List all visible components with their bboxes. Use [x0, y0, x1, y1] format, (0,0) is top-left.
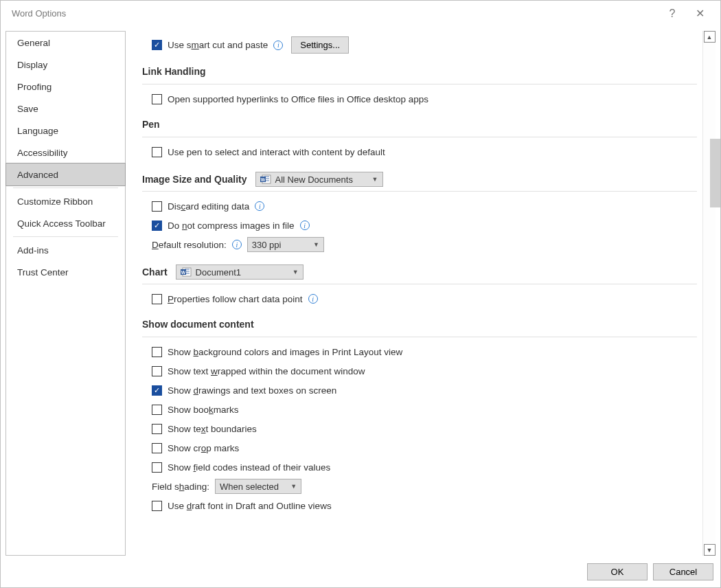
- discard-editing-row: Discard editing data i: [152, 199, 697, 214]
- sidebar-item-quick-access[interactable]: Quick Access Toolbar: [6, 212, 125, 234]
- show-crop-checkbox[interactable]: [152, 443, 162, 453]
- draft-font-row: Use draft font in Draft and Outline view…: [152, 498, 697, 513]
- no-compress-checkbox[interactable]: [152, 220, 162, 231]
- open-hyperlinks-checkbox[interactable]: [152, 94, 162, 104]
- show-field-codes-checkbox[interactable]: [152, 462, 162, 473]
- discard-editing-checkbox[interactable]: [152, 201, 162, 212]
- sidebar-item-proofing[interactable]: Proofing: [6, 76, 125, 98]
- info-icon[interactable]: i: [300, 220, 310, 230]
- show-boundaries-checkbox[interactable]: [152, 424, 162, 434]
- pen-head: Pen: [142, 119, 697, 133]
- chevron-down-icon: ▼: [293, 269, 299, 275]
- show-crop-label: Show crop marks: [168, 443, 239, 453]
- scroll-down-button[interactable]: ▼: [704, 544, 716, 556]
- link-handling-head: Link Handling: [142, 66, 697, 80]
- word-doc-icon: W: [181, 267, 192, 277]
- titlebar: Word Options ? ✕: [1, 1, 720, 26]
- field-shading-dropdown[interactable]: When selected ▼: [215, 479, 301, 494]
- smart-cut-paste-checkbox[interactable]: [152, 40, 162, 50]
- image-quality-head: Image Size and Quality W All New Documen…: [142, 172, 697, 187]
- sidebar: General Display Proofing Save Language A…: [5, 31, 126, 556]
- show-wrap-checkbox[interactable]: [152, 366, 162, 376]
- show-bg-row: Show background colors and images in Pri…: [152, 344, 697, 359]
- use-pen-checkbox[interactable]: [152, 147, 162, 157]
- open-hyperlinks-label: Open supported hyperlinks to Office file…: [168, 94, 428, 104]
- show-content-head: Show document content: [142, 319, 697, 332]
- cancel-button[interactable]: Cancel: [653, 563, 713, 580]
- show-drawings-row: Show drawings and text boxes on screen: [152, 383, 697, 398]
- show-bookmarks-label: Show bookmarks: [168, 405, 239, 415]
- svg-text:W: W: [181, 270, 185, 275]
- show-drawings-label: Show drawings and text boxes on screen: [168, 385, 336, 396]
- chart-properties-row: Properties follow chart data point i: [152, 291, 697, 306]
- sidebar-item-advanced[interactable]: Advanced: [5, 163, 126, 186]
- chart-scope-dropdown[interactable]: W Document1 ▼: [176, 264, 304, 280]
- show-crop-row: Show crop marks: [152, 440, 697, 455]
- close-icon[interactable]: ✕: [686, 7, 713, 20]
- field-shading-value: When selected: [220, 482, 279, 492]
- content-panel: Use smart cut and paste i Settings... Li…: [126, 31, 702, 556]
- sidebar-separator: [13, 236, 118, 237]
- sidebar-item-accessibility[interactable]: Accessibility: [6, 142, 125, 163]
- settings-button[interactable]: Settings...: [291, 36, 349, 54]
- info-icon[interactable]: i: [232, 240, 242, 249]
- sidebar-item-addins[interactable]: Add-ins: [6, 239, 125, 261]
- show-wrap-label: Show text wrapped within the document wi…: [168, 366, 365, 376]
- chart-properties-checkbox[interactable]: [152, 294, 162, 304]
- ok-button[interactable]: OK: [587, 563, 648, 580]
- no-compress-label: Do not compress images in file: [168, 220, 295, 231]
- sidebar-item-customize-ribbon[interactable]: Customize Ribbon: [6, 190, 125, 212]
- show-bg-checkbox[interactable]: [152, 347, 162, 357]
- default-resolution-dropdown[interactable]: 330 ppi ▼: [247, 237, 324, 252]
- chart-head: Chart W Document1 ▼: [142, 264, 697, 280]
- info-icon[interactable]: i: [255, 201, 264, 211]
- chevron-down-icon: ▼: [372, 176, 378, 183]
- chart-properties-label: Properties follow chart data point: [168, 294, 303, 304]
- default-resolution-label: Default resolution:: [152, 240, 227, 250]
- default-resolution-value: 330 ppi: [252, 240, 282, 250]
- show-field-codes-row: Show field codes instead of their values: [152, 460, 697, 475]
- content-wrap: Use smart cut and paste i Settings... Li…: [126, 31, 716, 556]
- image-quality-title: Image Size and Quality: [142, 174, 247, 185]
- field-shading-row: Field shading: When selected ▼: [152, 479, 697, 494]
- show-field-codes-label: Show field codes instead of their values: [168, 462, 330, 473]
- svg-text:W: W: [260, 177, 265, 182]
- show-bookmarks-row: Show bookmarks: [152, 402, 697, 417]
- show-drawings-checkbox[interactable]: [152, 385, 162, 396]
- chart-scope-value: Document1: [196, 267, 241, 278]
- use-pen-label: Use pen to select and interact with cont…: [168, 147, 385, 157]
- image-quality-scope-dropdown[interactable]: W All New Documents ▼: [255, 172, 383, 187]
- scrollbar: ▲ ▼: [702, 31, 716, 556]
- chevron-down-icon: ▼: [313, 241, 319, 248]
- sidebar-item-language[interactable]: Language: [6, 120, 125, 142]
- discard-editing-label: Discard editing data: [168, 201, 249, 212]
- show-bg-label: Show background colors and images in Pri…: [168, 347, 402, 357]
- chart-title: Chart: [142, 267, 168, 278]
- sidebar-item-save[interactable]: Save: [6, 98, 125, 120]
- default-resolution-row: Default resolution: i 330 ppi ▼: [152, 237, 697, 252]
- word-doc-icon: W: [260, 174, 271, 184]
- smart-cut-paste-label: Use smart cut and paste: [168, 40, 268, 50]
- chevron-down-icon: ▼: [290, 483, 297, 490]
- help-icon[interactable]: ?: [659, 8, 686, 20]
- show-bookmarks-checkbox[interactable]: [152, 405, 162, 415]
- use-pen-row: Use pen to select and interact with cont…: [152, 144, 697, 159]
- sidebar-item-trust-center[interactable]: Trust Center: [6, 261, 125, 283]
- footer: OK Cancel: [1, 556, 720, 587]
- scroll-thumb[interactable]: [710, 139, 720, 207]
- show-boundaries-row: Show text boundaries: [152, 421, 697, 436]
- smart-cut-paste-row: Use smart cut and paste i Settings...: [152, 36, 697, 54]
- image-quality-scope-value: All New Documents: [275, 174, 353, 185]
- no-compress-row: Do not compress images in file i: [152, 218, 697, 233]
- draft-font-checkbox[interactable]: [152, 501, 162, 511]
- info-icon[interactable]: i: [273, 41, 283, 50]
- open-hyperlinks-row: Open supported hyperlinks to Office file…: [152, 91, 697, 106]
- window-title: Word Options: [8, 8, 659, 19]
- field-shading-label: Field shading:: [152, 482, 209, 492]
- sidebar-item-display[interactable]: Display: [6, 54, 125, 76]
- sidebar-item-general[interactable]: General: [6, 32, 125, 54]
- show-boundaries-label: Show text boundaries: [168, 424, 257, 434]
- word-options-dialog: Word Options ? ✕ General Display Proofin…: [0, 0, 721, 588]
- scroll-up-button[interactable]: ▲: [704, 31, 716, 43]
- info-icon[interactable]: i: [308, 294, 318, 304]
